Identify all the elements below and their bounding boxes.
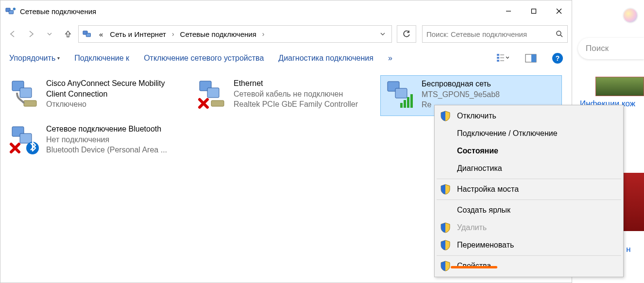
address-dropdown[interactable] [376,26,390,42]
search-placeholder: Поиск: Сетевые подключения [426,30,556,38]
ctx-label: Удалить [457,223,487,232]
search-icon [556,30,563,38]
svg-rect-23 [207,88,219,98]
toolbar-overflow[interactable]: » [388,54,392,63]
breadcrumb-tail-icon: › [260,30,267,38]
svg-rect-8 [86,33,90,36]
refresh-button[interactable] [397,25,416,43]
view-options-button[interactable] [496,51,509,65]
connection-item[interactable]: Сетевое подключение Bluetooth Нет подклю… [5,121,187,162]
dropdown-caret-icon: ▾ [57,55,60,61]
svg-rect-24 [211,100,224,106]
breadcrumb-item-1[interactable]: Сетевые подключения [177,26,259,42]
recent-dropdown[interactable] [41,26,58,42]
svg-rect-28 [395,88,407,98]
ctx-label: Диагностика [457,164,502,173]
connection-title: Cisco AnyConnect Secure Mobility Client … [46,78,183,99]
nav-row: « Сеть и Интернет › Сетевые подключения … [0,22,572,46]
connection-device: Realtek PCIe GbE Family Controller [234,99,358,110]
connection-title: Сетевое подключение Bluetooth [46,124,167,134]
titlebar: Сетевые подключения [0,0,572,22]
nav-back-button[interactable] [4,26,21,42]
connection-status: MTS_GPON5_9e5ab8 [422,89,500,100]
connect-to-button[interactable]: Подключение к [74,54,129,63]
connection-item[interactable]: Cisco AnyConnect Secure Mobility Client … [5,75,187,116]
uac-shield-icon [441,184,450,195]
ctx-label: Переименовать [457,241,514,250]
connection-status: Отключено [46,99,183,110]
ctx-create-shortcut[interactable]: Создать ярлык [436,201,622,219]
uac-shield-icon [441,222,450,233]
ctx-label: Создать ярлык [457,206,510,215]
connection-title: Беспроводная сеть [422,79,500,89]
nav-up-button[interactable] [60,26,76,42]
ctx-separator [437,255,621,256]
ctx-label: Подключение / Отключение [457,129,558,138]
ctx-connect-disconnect[interactable]: Подключение / Отключение [436,125,622,142]
ctx-bridge[interactable]: Настройка моста [436,181,622,198]
ctx-rename[interactable]: Переименовать [436,236,622,254]
ctx-separator [437,200,621,200]
maximize-button[interactable] [521,0,546,22]
svg-rect-1 [9,10,13,14]
connection-item[interactable]: Ethernet Сетевой кабель не подключен Rea… [193,75,374,116]
ctx-delete: Удалить [436,219,622,236]
uac-shield-icon [441,261,450,271]
svg-rect-18 [531,54,536,62]
diagnose-button[interactable]: Диагностика подключения [278,54,373,63]
search-input[interactable]: Поиск: Сетевые подключения [422,25,568,43]
svg-rect-13 [497,60,499,62]
connection-status: Сетевой кабель не подключен [234,89,358,100]
ctx-separator [437,179,621,179]
organize-menu[interactable]: Упорядочить ▾ [9,54,60,63]
browser-profile-icon[interactable] [624,9,637,22]
ctx-label: Отключить [457,112,496,120]
svg-rect-4 [532,9,536,14]
background-thumbnail [595,77,644,96]
svg-point-2 [13,8,16,10]
connection-status: Нет подключения [46,134,167,145]
browser-search-placeholder: Поиск [586,44,609,53]
ctx-disable[interactable]: Отключить [436,107,622,125]
window-controls [496,0,572,22]
svg-line-10 [560,35,562,37]
wifi-adapter-icon [385,79,416,110]
svg-rect-30 [404,100,406,108]
uac-shield-icon [441,111,450,121]
minimize-button[interactable] [496,0,521,22]
breadcrumb-prefix: « [96,26,106,42]
close-button[interactable] [546,0,572,22]
window-title: Сетевые подключения [20,7,96,16]
svg-rect-11 [497,54,499,56]
svg-point-9 [557,31,561,35]
svg-rect-29 [400,103,403,108]
breadcrumb-sep-icon: › [170,30,176,38]
connection-title: Ethernet [234,78,358,89]
highlight-marker [451,266,497,268]
ctx-diagnose[interactable]: Диагностика [436,160,622,177]
organize-label: Упорядочить [9,54,55,63]
network-adapter-icon [197,78,228,109]
ctx-label: Настройка моста [457,185,519,194]
svg-rect-20 [20,88,32,98]
svg-rect-21 [24,100,36,106]
bluetooth-adapter-icon [9,124,40,155]
connection-device: Bluetooth Device (Personal Area ... [46,145,167,155]
address-icon [83,30,93,38]
browser-search-input[interactable]: Поиск [578,38,644,59]
disable-device-button[interactable]: Отключение сетевого устройства [144,54,264,63]
ctx-label: Состояние [457,147,498,155]
help-button[interactable]: ? [552,53,563,64]
command-bar: Упорядочить ▾ Подключение к Отключение с… [0,46,572,69]
ctx-status[interactable]: Состояние [436,142,622,160]
svg-rect-34 [20,133,32,143]
address-bar[interactable]: « Сеть и Интернет › Сетевые подключения … [78,25,392,43]
uac-shield-icon [441,240,450,250]
app-icon [5,7,16,16]
svg-rect-12 [497,57,499,59]
preview-pane-button[interactable] [524,51,538,65]
nav-forward-button[interactable] [23,26,39,42]
svg-rect-31 [407,97,409,108]
breadcrumb-item-0[interactable]: Сеть и Интернет [107,26,169,42]
svg-rect-32 [410,94,413,108]
